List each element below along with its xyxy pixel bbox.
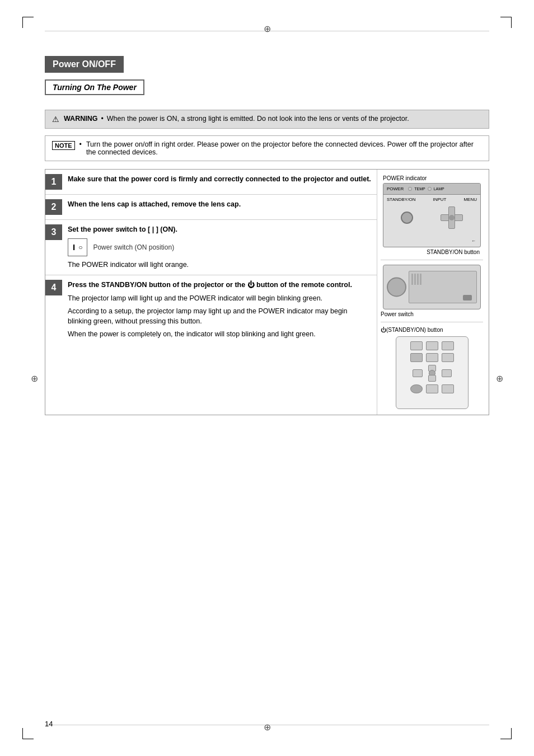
note-box: NOTE • Turn the power on/off in right or… <box>45 135 489 161</box>
standby-btn-diagram <box>401 212 413 224</box>
switch-label-text: Power switch (ON position) <box>93 242 174 252</box>
power-label-small: POWER <box>387 186 404 191</box>
warning-text: When the power is ON, a strong light is … <box>107 115 409 123</box>
input-label-small: INPUT <box>433 197 446 202</box>
rc-btn-1 <box>410 341 423 350</box>
step-4-content: Press the STANDBY/ON button of the proje… <box>68 280 371 340</box>
nav-center <box>449 215 455 220</box>
step-3-note: The POWER indicator will light orange. <box>68 260 371 270</box>
note-label: NOTE <box>52 141 75 150</box>
remote-label: ⏻(STANDBY/ON) button <box>381 327 483 333</box>
subtitle: Turning On The Power <box>45 79 144 95</box>
step-3-content: Set the power switch to [ | ] (ON). I ○ … <box>68 224 371 270</box>
projector-side-diagram <box>383 265 481 309</box>
standby-arrow: ← <box>471 238 476 243</box>
step-4-body2: According to a setup, the projector lamp… <box>68 306 371 327</box>
projector-body <box>409 271 477 303</box>
rc-btn-5 <box>426 353 438 362</box>
step-4-body3: When the power is completely on, the ind… <box>68 329 371 340</box>
corner-mark-tl <box>22 17 34 28</box>
vent-3 <box>417 274 419 285</box>
indicator-row: TEMP LAMP <box>408 187 444 191</box>
step-2-number: 2 <box>45 199 62 215</box>
step-2-title: When the lens cap is attached, remove th… <box>68 200 241 208</box>
step-4-body1: The projector lamp will light up and the… <box>68 293 371 304</box>
step-1-content: Make sure that the power cord is firmly … <box>68 174 371 185</box>
crosshair-right: ⊕ <box>496 373 503 383</box>
steps-right-col: POWER indicator POWER TEMP LAMP <box>377 170 489 415</box>
standby-input-row: STANDBY/ON INPUT MENU <box>387 197 477 202</box>
steps-left-col: 1 Make sure that the power cord is firml… <box>45 170 377 415</box>
lamp-label: LAMP <box>434 187 444 191</box>
step-3-title: Set the power switch to [ | ] (ON). <box>68 224 371 235</box>
switch-on-symbol: I <box>73 241 75 254</box>
warning-box: ⚠ WARNING • When the power is ON, a stro… <box>45 110 489 129</box>
section-title: Power ON/OFF <box>45 56 124 73</box>
menu-label-small: MENU <box>463 197 477 202</box>
page-number: 14 <box>45 720 53 728</box>
rc-btn-2 <box>426 341 438 350</box>
rc-btn-4 <box>410 353 423 362</box>
corner-mark-tr <box>500 17 512 28</box>
step-1-number: 1 <box>45 174 62 190</box>
rc-btn-3 <box>442 341 454 350</box>
crosshair-top: ⊕ <box>264 24 271 34</box>
note-bullet: • <box>79 140 82 148</box>
power-switch-illus: I ○ Power switch (ON position) <box>68 238 371 257</box>
crosshair-bottom: ⊕ <box>264 722 271 732</box>
vent-2 <box>414 274 416 285</box>
switch-box: I ○ <box>68 238 87 257</box>
step-1: 1 Make sure that the power cord is firml… <box>45 170 377 195</box>
rc-btn-6 <box>442 353 454 362</box>
corner-mark-bl <box>22 728 34 739</box>
step-3: 3 Set the power switch to [ | ] (ON). I … <box>45 220 377 275</box>
rc-btn-7 <box>410 384 423 393</box>
projector-buttons-row <box>387 206 477 229</box>
rc-nav-right <box>442 369 452 377</box>
steps-container: 1 Make sure that the power cord is firml… <box>45 169 489 415</box>
step-2-content: When the lens cap is attached, remove th… <box>68 199 371 210</box>
projector-lens <box>387 278 406 297</box>
power-indicator-label: POWER indicator <box>381 175 483 181</box>
power-switch-label: Power switch <box>381 311 483 317</box>
projector-panel-body: STANDBY/ON INPUT MENU <box>383 195 480 231</box>
remote-row-1 <box>401 341 463 350</box>
rc-btn-8 <box>426 384 438 393</box>
crosshair-left: ⊕ <box>31 373 38 383</box>
standby-on-button-label: STANDBY/ON button <box>381 249 483 255</box>
rc-nav-down <box>428 375 436 382</box>
warning-label: WARNING <box>64 115 97 123</box>
warning-bullet: • <box>101 115 103 123</box>
remote-row-2 <box>401 353 463 362</box>
note-text: Turn the power on/off in right order. Pl… <box>86 140 482 156</box>
rc-btn-9 <box>442 384 454 393</box>
remote-row-4 <box>401 384 463 393</box>
right-divider-2 <box>381 322 483 322</box>
step-4-number: 4 <box>45 280 62 295</box>
projector-side-section: Power switch <box>381 265 483 317</box>
step-3-number: 3 <box>45 224 62 240</box>
warning-triangle-icon: ⚠ <box>52 115 59 124</box>
power-indicator-section: POWER indicator POWER TEMP LAMP <box>381 175 483 255</box>
vent-1 <box>411 274 413 285</box>
projector-vents <box>409 271 476 287</box>
step-2: 2 When the lens cap is attached, remove … <box>45 195 377 220</box>
projector-top-diagram: POWER TEMP LAMP STANDBY/ON <box>383 183 481 247</box>
right-divider-1 <box>381 260 483 260</box>
standby-label-small: STANDBY/ON <box>387 197 415 202</box>
step-1-title: Make sure that the power cord is firmly … <box>68 175 371 183</box>
nav-cross-diagram <box>441 206 463 229</box>
power-switch-indicator <box>463 295 472 300</box>
power-led <box>408 187 412 191</box>
rc-nav-area <box>413 365 452 382</box>
vent-4 <box>420 274 421 285</box>
projector-top-header: POWER TEMP LAMP <box>383 184 480 195</box>
lamp-led <box>428 187 432 191</box>
remote-control-diagram <box>396 336 469 409</box>
remote-row-3 <box>401 365 463 382</box>
corner-mark-br <box>500 728 512 739</box>
switch-off-symbol: ○ <box>78 242 82 252</box>
rc-nav-left <box>413 369 423 377</box>
temp-label: TEMP <box>414 187 425 191</box>
step-4: 4 Press the STANDBY/ON button of the pro… <box>45 275 377 344</box>
